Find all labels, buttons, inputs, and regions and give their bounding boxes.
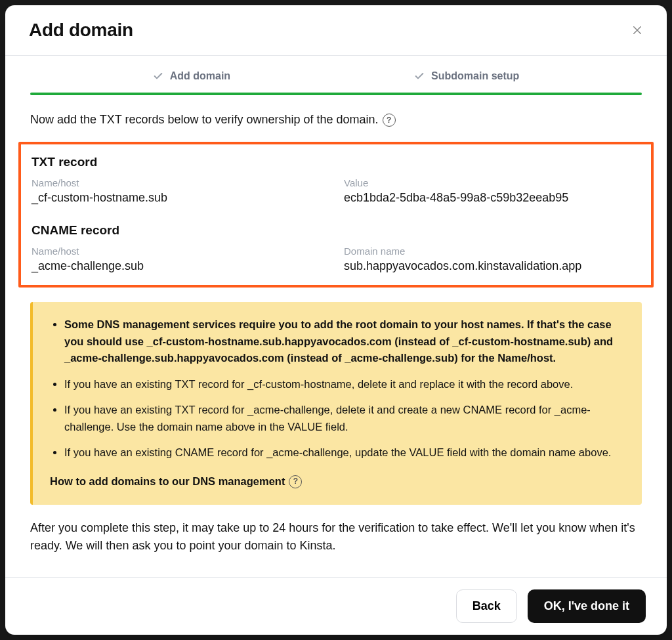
txt-name-label: Name/host — [32, 177, 328, 188]
add-domain-modal: Add domain Add domain Subdomain setup No… — [5, 5, 667, 635]
callout-item: If you have an existing CNAME record for… — [64, 444, 625, 461]
dns-records-box: TXT record Name/host _cf-custom-hostname… — [18, 142, 654, 288]
txt-value-label: Value — [344, 177, 640, 188]
how-to-link[interactable]: How to add domains to our DNS management… — [50, 473, 625, 490]
stepper: Add domain Subdomain setup — [30, 56, 642, 89]
cname-name-value: _acme-challenge.sub — [32, 259, 328, 273]
ok-button[interactable]: OK, I've done it — [528, 589, 646, 623]
step-label: Add domain — [170, 70, 230, 82]
callout-item: If you have an existing TXT record for _… — [64, 402, 625, 435]
callout-item: If you have an existing TXT record for _… — [64, 376, 625, 393]
txt-value-value: ecb1bda2-5dba-48a5-99a8-c59b32eeab95 — [344, 191, 640, 205]
modal-footer: Back OK, I've done it — [5, 577, 667, 635]
help-icon[interactable]: ? — [383, 114, 396, 127]
cname-domain-label: Domain name — [344, 245, 640, 257]
modal-body: Add domain Subdomain setup Now add the T… — [5, 56, 667, 577]
cname-name-label: Name/host — [32, 245, 328, 257]
txt-name-value: _cf-custom-hostname.sub — [32, 191, 328, 205]
callout-item: Some DNS management services require you… — [64, 316, 625, 367]
dns-callout: Some DNS management services require you… — [30, 302, 642, 505]
modal-title: Add domain — [29, 20, 133, 41]
step-label: Subdomain setup — [431, 70, 519, 82]
cname-record-heading: CNAME record — [32, 223, 640, 238]
cname-domain-value: sub.happyavocados.com.kinstavalidation.a… — [344, 259, 640, 273]
check-icon — [414, 71, 425, 81]
instruction-text: Now add the TXT records below to verify … — [30, 111, 642, 129]
help-icon[interactable]: ? — [289, 475, 302, 488]
check-icon — [153, 71, 163, 81]
close-icon[interactable] — [631, 24, 643, 36]
progress-bar — [30, 93, 642, 95]
after-text: After you complete this step, it may tak… — [30, 519, 642, 556]
txt-record-heading: TXT record — [32, 155, 640, 169]
step-subdomain-setup: Subdomain setup — [414, 70, 519, 82]
step-add-domain: Add domain — [153, 70, 230, 82]
modal-header: Add domain — [5, 5, 667, 56]
back-button[interactable]: Back — [456, 589, 517, 623]
